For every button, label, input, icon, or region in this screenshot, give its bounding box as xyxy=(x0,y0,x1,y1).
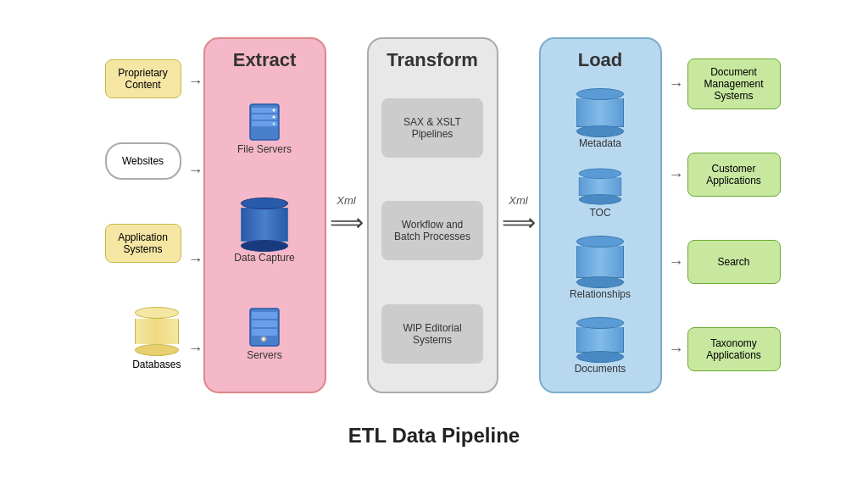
transform-sax-xslt: SAX & XSLT Pipelines xyxy=(381,98,483,158)
load-box: Load Metadata xyxy=(539,37,662,393)
load-relationships: Relationships xyxy=(570,236,631,300)
taxonomy-apps-label: Taxonomy Applications xyxy=(695,337,773,361)
workflow-label: Workflow and Batch Processes xyxy=(388,219,476,242)
data-capture-label: Data Capture xyxy=(234,252,294,264)
output-arrow-doc-mgmt: → xyxy=(669,75,684,93)
file-server-icon xyxy=(243,101,286,143)
output-row-customer-apps: → Customer Applications xyxy=(669,153,781,197)
extract-file-servers: File Servers xyxy=(237,101,292,155)
svg-point-6 xyxy=(272,122,275,125)
file-servers-label: File Servers xyxy=(237,143,292,155)
servers-label: Servers xyxy=(247,349,281,361)
main-flow: Proprietary Content Websites Application… xyxy=(17,12,851,419)
xml-arrow-1: Xml ⟹ xyxy=(330,194,364,236)
big-arrow-2: ⟹ xyxy=(502,209,536,236)
svg-rect-9 xyxy=(252,320,277,327)
diagram-title: ETL Data Pipeline xyxy=(348,424,520,448)
proprietary-content-label: Proprietary Content xyxy=(114,67,172,91)
arrow-databases: → xyxy=(188,340,203,358)
websites-label: Websites xyxy=(122,155,164,167)
extract-data-capture: Data Capture xyxy=(234,197,294,264)
load-toc: TOC xyxy=(576,166,624,219)
xml-label-1: Xml xyxy=(337,194,355,207)
output-row-doc-mgmt: → Document Management Systems xyxy=(669,58,781,109)
xml-label-2: Xml xyxy=(509,194,527,207)
relationships-label: Relationships xyxy=(570,288,631,300)
load-items: Metadata TOC xyxy=(548,80,654,383)
wip-label: WIP Editorial Systems xyxy=(388,322,476,346)
transform-box: Transform SAX & XSLT Pipelines Workflow … xyxy=(367,37,498,393)
transform-title: Transform xyxy=(387,49,478,71)
arrow-appsystems: → xyxy=(188,251,203,269)
svg-rect-10 xyxy=(252,329,277,336)
output-taxonomy-applications: Taxonomy Applications xyxy=(687,327,781,371)
servers-icon xyxy=(245,307,284,349)
extract-title: Extract xyxy=(233,49,297,71)
documents-label: Documents xyxy=(575,363,626,375)
output-arrow-search: → xyxy=(669,253,684,271)
metadata-label: Metadata xyxy=(579,137,621,149)
application-systems-label: Application Systems xyxy=(114,231,172,255)
input-application-systems: Application Systems xyxy=(105,224,181,263)
transform-wip: WIP Editorial Systems xyxy=(381,304,483,364)
customer-apps-label: Customer Applications xyxy=(695,163,773,186)
output-row-taxonomy: → Taxonomy Applications xyxy=(669,327,781,371)
output-search: Search xyxy=(687,240,781,284)
search-label: Search xyxy=(717,256,749,268)
toc-label: TOC xyxy=(589,207,610,219)
big-arrow-1: ⟹ xyxy=(330,209,364,236)
load-metadata: Metadata xyxy=(576,88,624,149)
output-row-search: → Search xyxy=(669,240,781,284)
extract-box: Extract File Servers xyxy=(203,37,326,393)
transform-items: SAX & XSLT Pipelines Workflow and Batch … xyxy=(376,80,490,383)
svg-point-5 xyxy=(272,115,275,118)
arrow-websites: → xyxy=(188,162,203,180)
svg-rect-8 xyxy=(252,312,277,319)
arrow-proprietary: → xyxy=(188,73,203,91)
load-title: Load xyxy=(578,49,623,71)
load-documents: Documents xyxy=(575,317,626,375)
extract-items: File Servers Data Capture xyxy=(212,80,318,383)
svg-point-4 xyxy=(272,108,275,111)
inputs-column: Proprietary Content Websites Application… xyxy=(88,37,181,393)
input-arrows-col: → → → → xyxy=(188,37,203,393)
xml-arrow-2: Xml ⟹ xyxy=(502,194,536,236)
input-proprietary-content: Proprietary Content xyxy=(105,59,181,98)
input-websites: Websites xyxy=(105,142,181,180)
output-arrow-taxonomy: → xyxy=(669,341,684,359)
output-arrow-customer-apps: → xyxy=(669,166,684,184)
doc-mgmt-label: Document Management Systems xyxy=(695,66,773,102)
extract-servers: Servers xyxy=(245,307,284,361)
transform-workflow: Workflow and Batch Processes xyxy=(381,201,483,260)
databases-label: Databases xyxy=(132,359,181,370)
sax-xslt-label: SAX & XSLT Pipelines xyxy=(388,116,476,140)
output-document-management: Document Management Systems xyxy=(687,58,781,109)
outputs-column: → Document Management Systems → Customer… xyxy=(669,37,781,393)
diagram-container: Proprietary Content Websites Application… xyxy=(0,0,868,484)
output-customer-applications: Customer Applications xyxy=(687,153,781,197)
